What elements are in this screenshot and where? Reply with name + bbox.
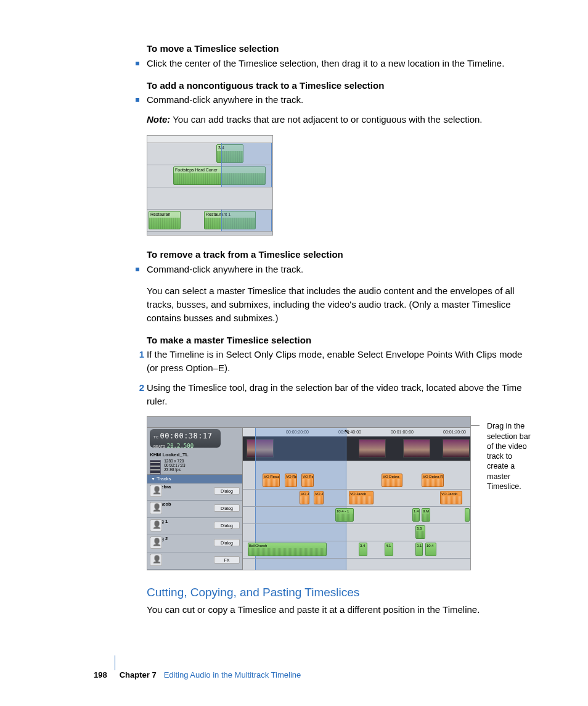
timeslice-selection <box>221 210 272 231</box>
audio-track-header: Dialog 2 Dialog <box>147 535 242 552</box>
audio-clip: Restauran <box>149 211 181 229</box>
video-meta: 1280 x 720 <box>164 459 184 463</box>
figure-master-timeslice-wrap: 2 pop replace restaurant wi need v TC 00… <box>147 416 533 570</box>
bullet-text: Command-click anywhere in the track. <box>147 263 303 276</box>
timecode-display: TC 00:00:38:17 BEATS 20.2.500 <box>150 429 221 448</box>
section-add: To add a noncontiguous track to a Timesl… <box>147 79 533 126</box>
para-master-intro: You can select a master Timeslice that i… <box>147 284 533 324</box>
bullet-icon <box>136 268 139 271</box>
video-track-header: KHM Locked_TL 1280 x 720 00:02:17:23 23.… <box>147 450 242 475</box>
audio-track-header: Dialog 1 Dialog <box>147 518 242 535</box>
waveform-icon <box>248 548 326 556</box>
waveform-icon <box>413 514 419 521</box>
audio-clip: 4.1 <box>385 543 393 556</box>
waveform-icon <box>300 496 309 504</box>
note-body: You can add tracks that are not adjacent… <box>173 114 482 125</box>
film-icon <box>150 460 161 475</box>
fig1-track: Footsteps Hard Concr <box>147 165 272 187</box>
page-footer: 198 Chapter 7 Editing Audio in the Multi… <box>0 670 588 681</box>
person-icon <box>150 536 162 549</box>
audio-clip: 3.1 <box>415 543 423 556</box>
footer-divider <box>115 655 115 670</box>
heading-add: To add a noncontiguous track to a Timesl… <box>147 79 533 92</box>
step-1: 1 If the Timeline is in Select Only Clip… <box>136 348 533 375</box>
timecode-value: 00:00:38:17 <box>160 432 213 440</box>
track-route: Dialog <box>214 504 240 512</box>
para-cut: You can cut or copy a Timeslice and past… <box>147 603 533 617</box>
ruler-tick: 00:01:00:00 <box>391 429 414 435</box>
fig1-track <box>147 187 272 210</box>
audio-clip: VO J <box>300 491 309 504</box>
waveform-icon <box>336 514 353 521</box>
fig2-timeline-area: 00:00:20:00 00:00:40:00 00:01:00:00 00:0… <box>243 428 470 570</box>
waveform-icon <box>416 531 425 538</box>
figure-callout: Drag in the selection bar of the video t… <box>487 421 533 491</box>
track-route: Dialog <box>214 539 240 546</box>
figure-master-timeslice: 2 pop replace restaurant wi need v TC 00… <box>147 416 471 570</box>
video-thumb <box>403 439 430 458</box>
step-2: 2 Using the Timeslice tool, drag in the … <box>136 381 533 408</box>
video-thumb <box>359 439 386 458</box>
audio-clip: BellChurch <box>248 543 327 556</box>
tracks-header: Tracks <box>147 475 242 483</box>
bullet-move: Click the center of the Timeslice select… <box>136 57 533 70</box>
document-page: To move a Timeslice selection Click the … <box>0 0 588 706</box>
cursor-icon: ↖ <box>344 427 350 435</box>
audio-clip: VO Jacob <box>440 491 462 504</box>
audio-clip: 3.4 <box>359 543 367 556</box>
step-text: If the Timeline is in Select Only Clips … <box>147 348 533 375</box>
bullet-remove: Command-click anywhere in the track. <box>136 263 533 276</box>
audio-row: VO J VO J VO Jacob VO Jacob <box>243 490 470 507</box>
audio-track-header: FX 2 FX <box>147 552 242 570</box>
audio-row: BellChurch 3.4 4.1 3.1 10.4 <box>243 541 470 559</box>
track-route: Dialog <box>214 522 240 529</box>
bullet-text: Click the center of the Timeslice select… <box>147 57 504 70</box>
note-label: Note: <box>147 114 170 125</box>
timeslice-selection <box>221 143 272 165</box>
chapter-title: Editing Audio in the Multitrack Timeline <box>164 670 301 681</box>
clip-label: Restauran <box>149 211 180 218</box>
note-add: Note: You can add tracks that are not ad… <box>147 113 533 126</box>
waveform-icon <box>314 496 323 504</box>
waveform-icon <box>302 479 313 486</box>
audio-row: 10.4 - 1 1.4 3.M <box>243 507 470 524</box>
waveform-icon <box>149 218 180 229</box>
audio-clip: VO J <box>314 491 324 504</box>
bullet-text: Command-click anywhere in the track. <box>147 93 303 107</box>
track-route: FX <box>214 556 240 564</box>
beats-value: 20.2.500 <box>167 443 194 449</box>
heading-move: To move a Timeslice selection <box>147 42 533 55</box>
person-icon <box>150 502 162 514</box>
heading-cut-copy-paste: Cutting, Copying, and Pasting Timeslices <box>147 584 533 601</box>
audio-clip <box>465 508 470 522</box>
section-master: To make a master Timeslice selection 1 I… <box>147 334 533 408</box>
section-cut: Cutting, Copying, and Pasting Timeslices… <box>147 584 533 616</box>
audio-clip: VO Jacob <box>349 491 374 504</box>
waveform-icon <box>441 496 462 504</box>
ruler-tick: 00:01:20:00 <box>443 429 466 435</box>
section-remove: To remove a track from a Timeslice selec… <box>147 248 533 325</box>
audio-track-header: VO Jacob Dialog <box>147 501 242 518</box>
shoe-icon <box>150 554 162 566</box>
audio-clip: 1.4 <box>412 508 420 522</box>
waveform-icon <box>285 479 296 486</box>
step-number: 1 <box>136 348 144 361</box>
audio-clip: 3.3 <box>415 525 425 539</box>
video-track-name: KHM Locked_TL <box>150 451 240 459</box>
waveform-icon <box>382 479 402 486</box>
video-meta: 23.98 fps <box>164 467 181 472</box>
waveform-icon <box>349 496 373 504</box>
waveform-icon <box>422 514 430 521</box>
waveform-icon <box>263 479 279 486</box>
step-text: Using the Timeslice tool, drag in the se… <box>147 381 533 408</box>
section-move: To move a Timeslice selection Click the … <box>147 42 533 70</box>
audio-clip: 3.M <box>422 508 430 522</box>
fig1-track: Restauran Restaurant 1 <box>147 210 272 232</box>
fig2-left-panel: TC 00:00:38:17 BEATS 20.2.500 KHM Locked… <box>147 428 243 570</box>
audio-clip: VO Debra R <box>422 474 444 487</box>
fig1-track: 3.4 <box>147 143 272 165</box>
audio-clip: VO Recor <box>263 474 280 487</box>
audio-clip: VO Re <box>301 474 314 487</box>
beats-label: BEATS <box>153 445 165 448</box>
timeslice-selection <box>221 165 272 187</box>
